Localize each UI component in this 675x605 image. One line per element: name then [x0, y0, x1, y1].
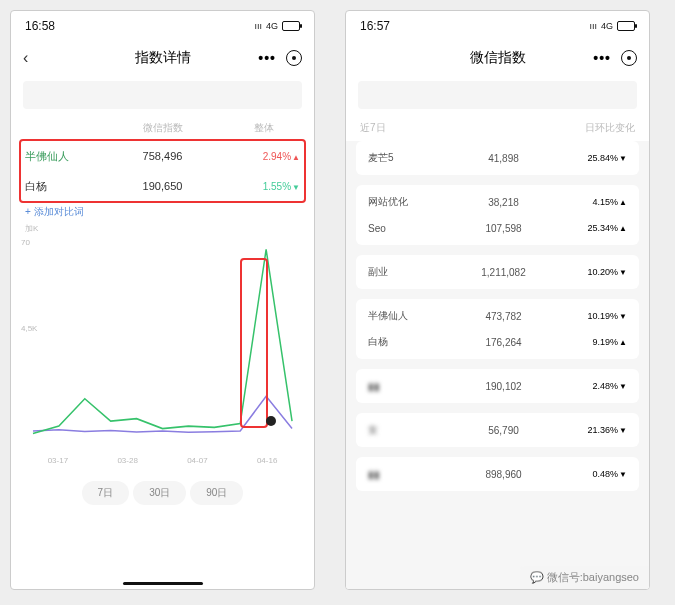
tab-row: 微信指数 整体 [11, 115, 314, 141]
list-card[interactable]: 半佛仙人 473,782 10.19%▼白杨 176,264 9.19%▲ [356, 299, 639, 359]
phone-index-detail: 16:58 ııı 4G ‹ 指数详情 ••• 微信指数 整体 半佛仙人 758… [10, 10, 315, 590]
range-7d[interactable]: 7日 [82, 481, 130, 505]
row-label: 半佛仙人 [368, 309, 432, 323]
home-indicator [123, 582, 203, 585]
list-row: ▮▮ 898,960 0.48%▼ [356, 461, 639, 487]
status-bar: 16:57 ııı 4G [346, 11, 649, 41]
range-90d[interactable]: 90日 [190, 481, 243, 505]
list-row: 半佛仙人 473,782 10.19%▼ [356, 303, 639, 329]
row-value: 107,598 [432, 223, 575, 234]
row-label: ▮▮ [368, 469, 432, 480]
line-chart[interactable]: 70 4,5K [23, 234, 302, 454]
search-input[interactable] [23, 81, 302, 109]
y-tick: 4,5K [21, 324, 37, 333]
target-icon[interactable] [286, 50, 302, 66]
more-icon[interactable]: ••• [258, 50, 276, 66]
range-30d[interactable]: 30日 [133, 481, 186, 505]
more-icon[interactable]: ••• [593, 50, 611, 66]
list-row: 麦芒5 41,898 25.84%▼ [356, 145, 639, 171]
row-change: 25.84%▼ [575, 153, 627, 163]
list-card[interactable]: 女 56,790 21.36%▼ [356, 413, 639, 447]
nav-bar: 微信指数 ••• [346, 41, 649, 75]
x-axis-ticks: 03-17 03-28 04-07 04-16 [23, 456, 302, 465]
signal-icon: ııı [254, 21, 262, 31]
row-change: 21.36%▼ [575, 425, 627, 435]
data-row[interactable]: 白杨 190,650 1.55%▼ [11, 171, 314, 201]
battery-icon [617, 21, 635, 31]
list-row: Seo 107,598 25.34%▲ [356, 215, 639, 241]
list-row: 女 56,790 21.36%▼ [356, 417, 639, 443]
list-row: 副业 1,211,082 10.20%▼ [356, 259, 639, 285]
row-change: 0.48%▼ [575, 469, 627, 479]
phone-index-list: 16:57 ııı 4G 微信指数 ••• 近7日 日环比变化 麦芒5 41,8… [345, 10, 650, 590]
list-header: 近7日 日环比变化 [346, 115, 649, 141]
network-label: 4G [266, 21, 278, 31]
range-buttons: 7日 30日 90日 [11, 481, 314, 505]
row-value: 190,650 [85, 180, 240, 192]
signal-icon: ııı [589, 21, 597, 31]
row-value: 56,790 [432, 425, 575, 436]
row-value: 473,782 [432, 311, 575, 322]
row-value: 190,102 [432, 381, 575, 392]
tab-overall[interactable]: 整体 [213, 121, 314, 135]
chart-cursor-dot [266, 416, 276, 426]
row-label: 女 [368, 423, 432, 437]
nav-bar: ‹ 指数详情 ••• [11, 41, 314, 75]
row-value: 176,264 [432, 337, 575, 348]
row-change: 2.48%▼ [575, 381, 627, 391]
list-card[interactable]: ▮▮ 190,102 2.48%▼ [356, 369, 639, 403]
row-value: 41,898 [432, 153, 575, 164]
row-change: 10.20%▼ [575, 267, 627, 277]
list-card[interactable]: 网站优化 38,218 4.15%▲Seo 107,598 25.34%▲ [356, 185, 639, 245]
row-value: 898,960 [432, 469, 575, 480]
row-label: 副业 [368, 265, 432, 279]
list-card[interactable]: ▮▮ 898,960 0.48%▼ [356, 457, 639, 491]
battery-icon [282, 21, 300, 31]
network-label: 4G [601, 21, 613, 31]
status-bar: 16:58 ııı 4G [11, 11, 314, 41]
add-compare-link[interactable]: + 添加对比词 [11, 201, 314, 223]
row-change: 9.19%▲ [575, 337, 627, 347]
list-card[interactable]: 副业 1,211,082 10.20%▼ [356, 255, 639, 289]
row-change: 25.34%▲ [575, 223, 627, 233]
row-change: 4.15%▲ [575, 197, 627, 207]
row-value: 38,218 [432, 197, 575, 208]
row-label: 半佛仙人 [25, 149, 85, 164]
data-row[interactable]: 半佛仙人 758,496 2.94%▲ [11, 141, 314, 171]
row-label: 网站优化 [368, 195, 432, 209]
row-value: 758,496 [85, 150, 240, 162]
footer-watermark: 💬 微信号:baiyangseo [520, 566, 649, 589]
row-label: Seo [368, 223, 432, 234]
tab-wechat-index[interactable]: 微信指数 [112, 121, 213, 135]
row-label: 麦芒5 [368, 151, 432, 165]
row-change: 1.55%▼ [240, 181, 300, 192]
row-label: 白杨 [368, 335, 432, 349]
target-icon[interactable] [621, 50, 637, 66]
row-change: 2.94%▲ [240, 151, 300, 162]
row-label: ▮▮ [368, 381, 432, 392]
row-value: 1,211,082 [432, 267, 575, 278]
status-time: 16:58 [25, 19, 55, 33]
y-tick: 70 [21, 238, 30, 247]
wechat-icon: 💬 [530, 571, 544, 583]
status-time: 16:57 [360, 19, 390, 33]
list-row: 白杨 176,264 9.19%▲ [356, 329, 639, 355]
row-label: 白杨 [25, 179, 85, 194]
y-axis-unit: 加K [11, 223, 314, 234]
list-row: 网站优化 38,218 4.15%▲ [356, 189, 639, 215]
back-button[interactable]: ‹ [23, 49, 28, 67]
list-row: ▮▮ 190,102 2.48%▼ [356, 373, 639, 399]
list-card[interactable]: 麦芒5 41,898 25.84%▼ [356, 141, 639, 175]
row-change: 10.19%▼ [575, 311, 627, 321]
list-body: 麦芒5 41,898 25.84%▼网站优化 38,218 4.15%▲Seo … [346, 141, 649, 589]
search-input[interactable] [358, 81, 637, 109]
